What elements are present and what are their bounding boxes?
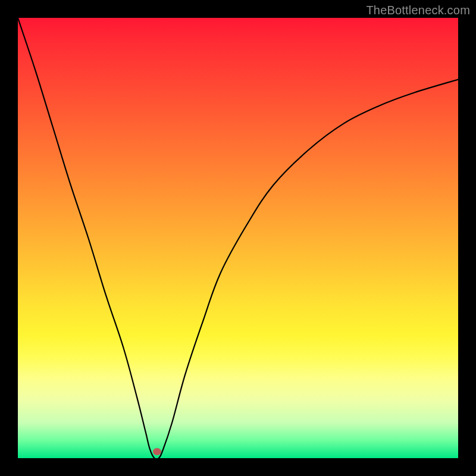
optimum-marker: [153, 448, 161, 455]
bottleneck-curve: [18, 18, 458, 458]
watermark-text: TheBottleneck.com: [366, 4, 470, 17]
plot-area: [18, 18, 458, 458]
chart-frame: TheBottleneck.com: [0, 0, 476, 476]
